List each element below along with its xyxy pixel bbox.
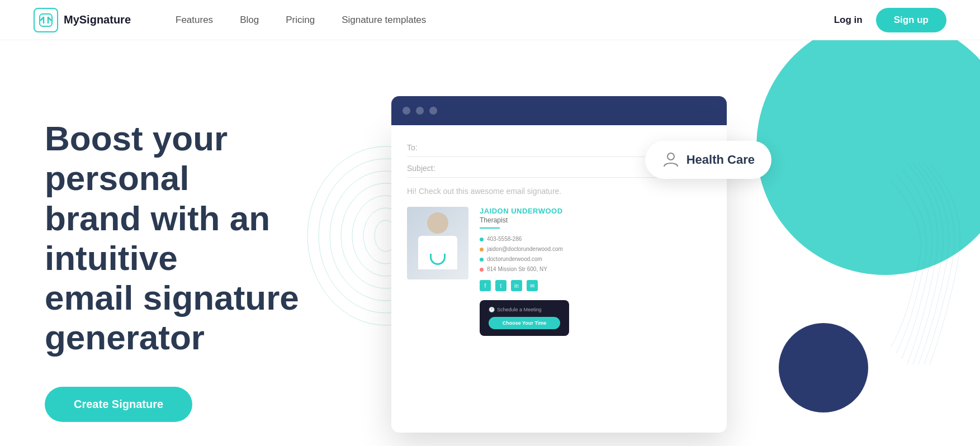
nav-pricing[interactable]: Pricing <box>286 15 315 26</box>
schedule-label: 🕐 Schedule a Meeting <box>489 307 560 312</box>
person-icon <box>662 151 680 169</box>
doc-body <box>418 236 457 269</box>
sig-email-row: jaidon@doctorunderwood.com <box>480 244 711 254</box>
signup-button[interactable]: Sign up <box>876 8 946 32</box>
nav-blog[interactable]: Blog <box>240 15 259 26</box>
doctor-silhouette <box>415 212 460 274</box>
titlebar-dot-2 <box>416 107 424 115</box>
to-label: To: <box>407 143 441 152</box>
facebook-icon: f <box>480 280 491 291</box>
sig-web-row: doctorunderwood.com <box>480 254 711 264</box>
nav-features[interactable]: Features <box>176 15 213 26</box>
email-dot <box>480 248 484 252</box>
signature-info: JAIDON UNDERWOOD Therapist 403-5558-286 … <box>480 207 711 336</box>
hero-section: Boost your personal brand with an intuit… <box>0 40 980 446</box>
schedule-meeting-block: 🕐 Schedule a Meeting Choose Your Time <box>480 300 569 336</box>
titlebar-dot-3 <box>429 107 437 115</box>
sig-social-icons: f t in ✉ <box>480 280 711 291</box>
svg-point-8 <box>667 153 674 160</box>
nav-right: Log in Sign up <box>834 8 946 32</box>
logo-text: MySignature <box>64 13 131 26</box>
navbar: MySignature Features Blog Pricing Signat… <box>0 0 980 40</box>
choose-time-button[interactable]: Choose Your Time <box>489 317 560 329</box>
sig-divider <box>480 227 500 229</box>
decorative-dark-circle <box>779 323 868 412</box>
addr-dot <box>480 268 484 272</box>
email-intro-text: Hi! Check out this awesome email signatu… <box>407 187 711 196</box>
sig-contact: 403-5558-286 jaidon@doctorunderwood.com … <box>480 234 711 274</box>
doc-head <box>427 212 448 234</box>
signature-block: JAIDON UNDERWOOD Therapist 403-5558-286 … <box>407 207 711 336</box>
email-icon: ✉ <box>527 280 538 291</box>
logo-icon <box>34 8 58 32</box>
signature-photo <box>407 207 468 279</box>
web-dot <box>480 258 484 262</box>
doc-stethoscope <box>430 254 446 265</box>
sig-phone-row: 403-5558-286 <box>480 234 711 244</box>
email-window-titlebar <box>391 96 727 125</box>
logo-area[interactable]: MySignature <box>34 8 131 32</box>
login-button[interactable]: Log in <box>834 15 863 26</box>
linkedin-icon: in <box>511 280 522 291</box>
titlebar-dot-1 <box>403 107 410 115</box>
email-preview-card: Health Care To: Subject: Hi! Check out t… <box>391 96 727 433</box>
sig-name: JAIDON UNDERWOOD <box>480 207 711 215</box>
phone-dot <box>480 238 484 241</box>
nav-links: Features Blog Pricing Signature template… <box>176 15 834 26</box>
sig-address-row: 814 Mission Str 600, NY <box>480 264 711 274</box>
nav-templates[interactable]: Signature templates <box>342 15 426 26</box>
sig-title: Therapist <box>480 216 711 224</box>
hero-headline: Boost your personal brand with an intuit… <box>45 118 358 358</box>
hero-text-block: Boost your personal brand with an intuit… <box>45 85 358 422</box>
health-care-chip: Health Care <box>645 141 771 179</box>
create-signature-button[interactable]: Create Signature <box>45 387 192 422</box>
subject-label: Subject: <box>407 164 441 173</box>
twitter-icon: t <box>495 280 506 291</box>
abstract-shape <box>879 152 980 376</box>
